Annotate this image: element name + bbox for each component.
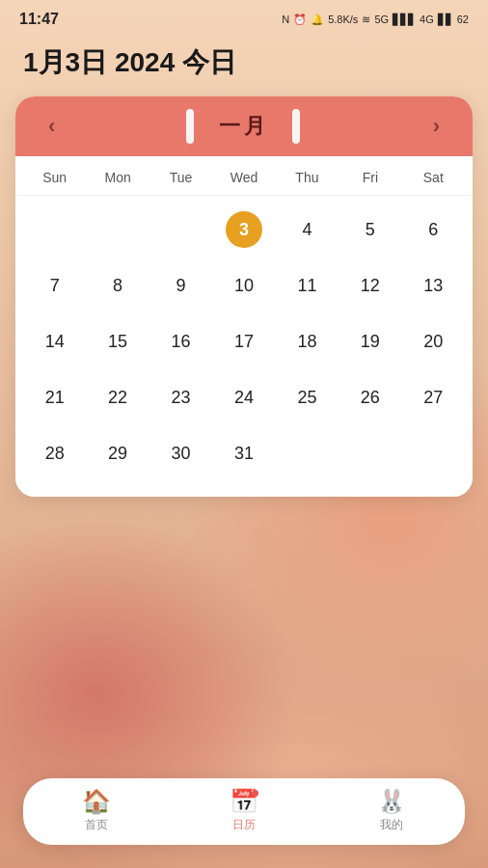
speed-indicator: 5.8K/s: [328, 14, 358, 25]
calendar-card: ‹ 一月 › Sun Mon Tue Wed Thu Fri Sat 34567…: [15, 96, 473, 497]
cal-day-23[interactable]: 23: [149, 369, 212, 425]
cal-day-17[interactable]: 17: [212, 313, 275, 369]
weekday-mon: Mon: [86, 166, 149, 189]
signal-bars-2: ▋▋: [438, 14, 453, 26]
cal-day-empty-01: [86, 202, 149, 258]
cal-day-29[interactable]: 29: [86, 425, 149, 481]
signal-bars-1: ▋▋▋: [393, 14, 416, 26]
cal-day-31[interactable]: 31: [212, 425, 275, 481]
cal-day-11[interactable]: 11: [276, 258, 339, 313]
nav-profile[interactable]: 🐰 我的: [358, 790, 425, 833]
weekday-wed: Wed: [212, 166, 275, 189]
cal-day-20[interactable]: 20: [402, 313, 465, 369]
cal-day-7[interactable]: 7: [23, 258, 86, 313]
cal-day-28[interactable]: 28: [23, 425, 86, 481]
signal-5g-icon: 5G: [374, 14, 389, 25]
month-title: 一月: [219, 112, 269, 141]
notification-icon: 🔔: [311, 14, 324, 26]
cal-day-empty-02: [149, 202, 212, 258]
month-header: ‹ 一月 ›: [15, 96, 473, 156]
status-time: 11:47: [19, 11, 59, 28]
cal-day-8[interactable]: 8: [86, 258, 149, 313]
home-icon: 🏠: [82, 790, 111, 813]
cal-day-19[interactable]: 19: [339, 313, 401, 369]
cal-day-empty-00: [23, 202, 86, 258]
status-icons: N ⏰ 🔔 5.8K/s ≋ 5G ▋▋▋ 4G ▋▋ 62: [282, 14, 469, 26]
nav-home-label: 首页: [85, 817, 108, 833]
next-month-button[interactable]: ›: [423, 110, 449, 143]
nav-profile-label: 我的: [380, 817, 403, 833]
nav-calendar-label: 日历: [232, 817, 256, 833]
cal-day-3[interactable]: 3: [212, 202, 275, 258]
weekday-headers: Sun Mon Tue Wed Thu Fri Sat: [15, 156, 473, 196]
weekday-fri: Fri: [339, 166, 401, 189]
calendar-grid: 3456789101112131415161718192021222324252…: [15, 196, 473, 497]
cal-day-15[interactable]: 15: [86, 313, 149, 369]
cal-day-24[interactable]: 24: [212, 369, 275, 425]
cal-day-22[interactable]: 22: [86, 369, 149, 425]
nav-home[interactable]: 🏠 首页: [63, 790, 130, 833]
cal-day-empty-44: [276, 425, 339, 481]
drag-handle-right: [292, 109, 300, 144]
status-bar: 11:47 N ⏰ 🔔 5.8K/s ≋ 5G ▋▋▋ 4G ▋▋ 62: [0, 0, 488, 35]
cal-day-empty-45: [339, 425, 401, 481]
cal-day-9[interactable]: 9: [149, 258, 212, 313]
drag-handle-left: [186, 109, 194, 144]
battery-icon: 62: [457, 14, 469, 25]
weekday-sat: Sat: [402, 166, 465, 189]
cal-day-18[interactable]: 18: [276, 313, 339, 369]
prev-month-button[interactable]: ‹: [39, 110, 65, 143]
header: 1月3日 2024 今日: [0, 35, 488, 96]
bottom-nav: 🏠 首页 📅 日历 🐰 我的: [23, 778, 465, 845]
cal-day-10[interactable]: 10: [212, 258, 275, 313]
cal-day-empty-46: [402, 425, 465, 481]
cal-day-13[interactable]: 13: [402, 258, 465, 313]
wifi-icon: ≋: [362, 14, 370, 26]
nav-calendar[interactable]: 📅 日历: [210, 790, 278, 833]
nfc-icon: N: [282, 14, 289, 25]
calendar-icon: 📅: [230, 790, 258, 813]
cal-day-5[interactable]: 5: [339, 202, 401, 258]
signal-4g-icon: 4G: [420, 14, 434, 25]
alarm-icon: ⏰: [293, 14, 307, 26]
cal-day-14[interactable]: 14: [23, 313, 86, 369]
cal-day-30[interactable]: 30: [149, 425, 212, 481]
cal-day-26[interactable]: 26: [339, 369, 401, 425]
weekday-sun: Sun: [23, 166, 86, 189]
header-date: 1月3日 2024 今日: [23, 44, 465, 81]
weekday-tue: Tue: [149, 166, 212, 189]
cal-day-21[interactable]: 21: [23, 369, 86, 425]
cal-day-27[interactable]: 27: [402, 369, 465, 425]
cal-day-6[interactable]: 6: [402, 202, 465, 258]
cal-day-4[interactable]: 4: [276, 202, 339, 258]
cal-day-12[interactable]: 12: [339, 258, 401, 313]
weekday-thu: Thu: [276, 166, 339, 189]
cal-day-25[interactable]: 25: [276, 369, 339, 425]
cal-day-16[interactable]: 16: [149, 313, 212, 369]
profile-icon: 🐰: [377, 790, 406, 813]
